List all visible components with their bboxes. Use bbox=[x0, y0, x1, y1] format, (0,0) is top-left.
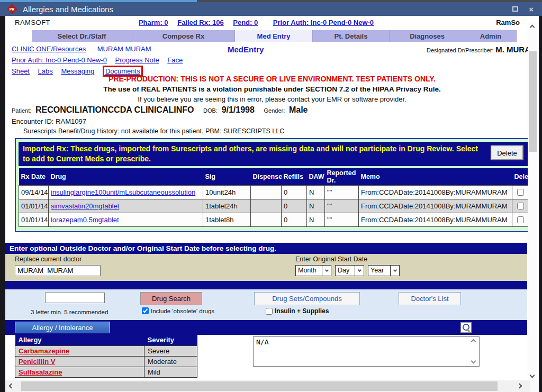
delete-checkbox[interactable] bbox=[517, 203, 524, 209]
encounter-id: Encounter ID: RAM1097 bbox=[12, 117, 86, 125]
include-obsolete-checkbox[interactable] bbox=[142, 307, 149, 314]
year-select[interactable]: Year bbox=[368, 265, 400, 276]
allergy-severity: Severe bbox=[144, 345, 197, 356]
vertical-scroll-thumb[interactable] bbox=[529, 51, 537, 152]
refills: 0 bbox=[282, 185, 307, 199]
page-title: MedEntry bbox=[228, 45, 264, 54]
clinic-resources-link[interactable]: CLINIC ONE/Resources bbox=[12, 45, 86, 53]
allergy-severity: Mild bbox=[144, 367, 197, 377]
reported-dr: "" bbox=[325, 185, 359, 199]
delete-checkbox[interactable] bbox=[517, 216, 524, 223]
preproduction-warning: PRE-PRODUCTION: THIS IS NOT A SECURE OR … bbox=[5, 74, 539, 105]
rx-date: 01/01/14 bbox=[19, 199, 49, 213]
rx-table-row: 01/01/14 simvastatin20mgtablet 1tablet24… bbox=[19, 199, 528, 213]
dispense bbox=[251, 213, 282, 226]
imported-rx-table: Rx Date Drug Sig Dispense Refills DAW Re… bbox=[19, 168, 528, 227]
warning-line-3: If you believe you are seeing this in er… bbox=[5, 95, 539, 105]
status-links: Pharm: 0 Failed Rx: 106 Pend: 0 Prior Au… bbox=[5, 19, 507, 26]
maximize-icon[interactable] bbox=[512, 6, 518, 12]
drug-search-button[interactable]: Drug Search bbox=[140, 292, 202, 305]
patient-dob: 9/1/1998 bbox=[222, 105, 255, 114]
chevron-down-icon bbox=[322, 266, 331, 276]
designated-prescriber: Designated Dr/Prescriber: M. MURAM bbox=[427, 45, 538, 54]
scroll-left-icon[interactable] bbox=[9, 384, 14, 389]
delete-checkbox[interactable] bbox=[517, 189, 524, 196]
horizontal-scroll-thumb[interactable] bbox=[21, 381, 498, 391]
day-select[interactable]: Day bbox=[335, 265, 364, 276]
allergy-row: Carbamazepine Severe bbox=[15, 345, 197, 356]
drug-search-section: Drug Search Drug Sets/Compounds Doctor's… bbox=[5, 289, 527, 320]
vertical-scrollbar[interactable] bbox=[528, 22, 537, 380]
failed-rx-link[interactable]: Failed Rx: 106 bbox=[177, 19, 223, 26]
start-date-selects: Month Day Year bbox=[295, 265, 400, 276]
imported-rx-banner: Imported Rx: These drugs, imported from … bbox=[19, 142, 528, 166]
memo: From:CCDADate:20141008By:MURAMMURAM bbox=[359, 199, 512, 213]
allergy-link[interactable]: Carbamazepine bbox=[19, 347, 69, 355]
progress-note-link[interactable]: Progress Note bbox=[115, 56, 159, 64]
memo: From:CCDADate:20141008By:MURAMMURAM bbox=[359, 185, 512, 199]
scroll-down-icon[interactable] bbox=[471, 359, 476, 364]
magnifier-icon[interactable] bbox=[460, 322, 472, 333]
tab-med-entry[interactable]: Med Entry bbox=[235, 30, 313, 42]
memo: From:CCDADate:20141008By:MURAMMURAM bbox=[359, 213, 512, 226]
scroll-up-icon[interactable] bbox=[530, 25, 535, 30]
tab-select-dr-staff[interactable]: Select Dr./Staff bbox=[32, 30, 132, 42]
reported-dr: "" bbox=[325, 213, 359, 226]
allergy-intolerance-button[interactable]: Allergy / Intolerance bbox=[15, 322, 110, 333]
replace-doctor-label: Replace current doctor bbox=[15, 256, 82, 263]
start-date-label: Enter Original Start Date bbox=[295, 256, 367, 263]
reported-dr: "" bbox=[325, 199, 359, 213]
drug-link[interactable]: lorazepam0.5mgtablet bbox=[51, 216, 119, 224]
patient-gender: Male bbox=[289, 105, 308, 114]
patient-name: RECONCILIATIONCCDA CLINICALINFO bbox=[35, 105, 194, 114]
doctors-list-button[interactable]: Doctor's List bbox=[399, 292, 461, 305]
subheader-row: CLINIC ONE/Resources MURAM MURAM MedEntr… bbox=[12, 45, 539, 56]
tab-compose-rx[interactable]: Compose Rx bbox=[132, 30, 235, 42]
pend-link[interactable]: Pend: 0 bbox=[233, 19, 258, 26]
refills: 0 bbox=[282, 213, 307, 226]
insulin-supplies-option: Insulin + Supplies bbox=[266, 307, 329, 315]
dispense bbox=[251, 185, 282, 199]
tab-pt-details[interactable]: Pt. Details bbox=[313, 30, 390, 42]
title-bar: PR Allergies and Medications × bbox=[0, 2, 542, 16]
sig: 1tablet8h bbox=[203, 213, 251, 226]
face-link[interactable]: Face bbox=[167, 56, 183, 64]
allergy-link[interactable]: Sulfasalazine bbox=[19, 368, 62, 376]
delete-button[interactable]: Delete bbox=[491, 145, 523, 160]
scroll-down-icon[interactable] bbox=[530, 373, 535, 378]
drug-sets-compounds-button[interactable]: Drug Sets/Compounds bbox=[254, 292, 360, 305]
tab-admin[interactable]: Admin bbox=[465, 30, 517, 42]
app-icon: PR bbox=[7, 4, 17, 14]
search-hint: 3 letter min. 5 recommended bbox=[31, 309, 108, 315]
drug-link[interactable]: simvastatin20mgtablet bbox=[51, 202, 119, 210]
close-icon[interactable]: × bbox=[529, 5, 534, 13]
surescripts-status: Surescripts Benefit/Drug History: not av… bbox=[23, 127, 284, 135]
client-area: RAMSOFT Pharm: 0 Failed Rx: 106 Pend: 0 … bbox=[5, 16, 539, 392]
tab-diagnoses[interactable]: Diagnoses bbox=[390, 30, 465, 42]
allergy-row: Penicillin V Moderate bbox=[15, 356, 197, 367]
chevron-down-icon bbox=[355, 266, 364, 276]
rx-date: 09/14/14 bbox=[19, 185, 49, 199]
scroll-right-icon[interactable] bbox=[517, 384, 522, 389]
replace-doctor-input[interactable] bbox=[15, 265, 101, 276]
horizontal-scrollbar[interactable] bbox=[5, 380, 539, 392]
imported-rx-panel: Imported Rx: These drugs, imported from … bbox=[15, 138, 531, 232]
staff-name: MURAM MURAM bbox=[97, 45, 151, 53]
month-select[interactable]: Month bbox=[295, 265, 331, 276]
scroll-up-icon[interactable] bbox=[471, 339, 476, 344]
rx-table-row: 09/14/14 insulinglargine100unit/mLsubcut… bbox=[19, 185, 528, 199]
divider-bar bbox=[5, 281, 527, 289]
insulin-supplies-checkbox[interactable] bbox=[266, 308, 273, 315]
drug-link[interactable]: insulinglargine100unit/mLsubcutaneoussol… bbox=[51, 188, 195, 196]
drug-search-input[interactable] bbox=[45, 293, 105, 303]
prior-auth-detail-link[interactable]: Prior Auth: Inc-0 Pend-0 New-0 bbox=[12, 56, 107, 64]
rx-table-header: Rx Date Drug Sig Dispense Refills DAW Re… bbox=[19, 168, 528, 186]
daw: N bbox=[307, 185, 325, 199]
allergy-notes-textarea[interactable]: N/A bbox=[253, 336, 480, 367]
pharm-link[interactable]: Pharm: 0 bbox=[139, 19, 168, 26]
sig: 10unit24h bbox=[203, 185, 251, 199]
prior-auth-link[interactable]: Prior Auth: Inc-0 Pend-0 New-0 bbox=[273, 19, 374, 26]
rx-date: 01/01/14 bbox=[19, 213, 49, 226]
allergy-link[interactable]: Penicillin V bbox=[19, 358, 55, 366]
patient-info-row: Patient: RECONCILIATIONCCDA CLINICALINFO… bbox=[12, 105, 315, 115]
